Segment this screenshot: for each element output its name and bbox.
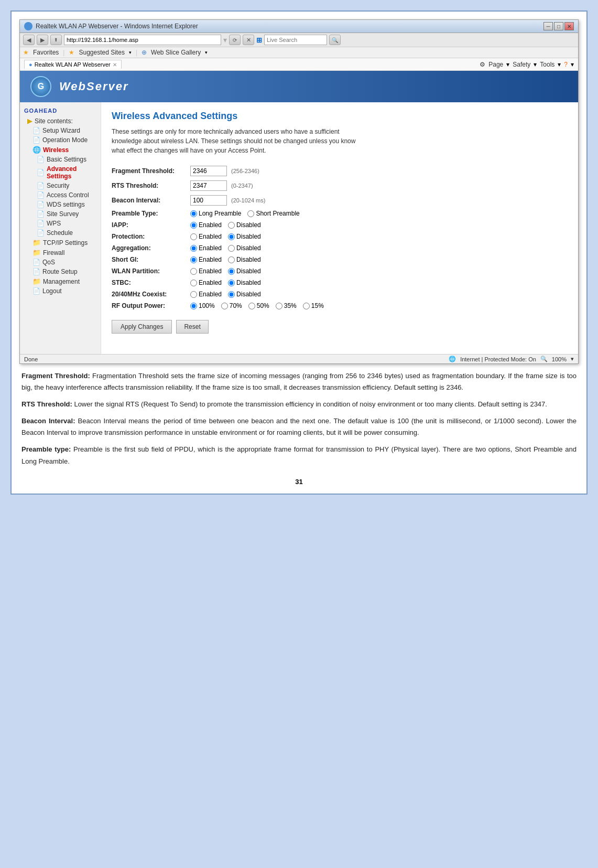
coexist-enabled-radio[interactable]: [190, 291, 197, 298]
short-gi-disabled-radio[interactable]: [228, 256, 235, 263]
stbc-disabled-radio[interactable]: [228, 280, 235, 286]
wlan-partition-disabled-radio[interactable]: [228, 268, 235, 275]
tools-icon-btn[interactable]: ⚙: [480, 61, 485, 68]
rf-50-label[interactable]: 50%: [248, 302, 269, 309]
rf-15-label[interactable]: 15%: [303, 302, 324, 309]
zoom-icon: 🔍: [540, 356, 548, 362]
favorites-button[interactable]: Favorites: [33, 49, 59, 56]
stop-button[interactable]: ✕: [243, 35, 254, 45]
fragment-threshold-input[interactable]: [190, 166, 227, 176]
toolbar-sep1: |: [63, 49, 64, 56]
short-gi-enabled-label[interactable]: Enabled: [190, 256, 222, 263]
refresh-button[interactable]: ⟳: [229, 35, 241, 45]
toolbar-drop1[interactable]: ▾: [129, 50, 132, 55]
sidebar-item-route-setup[interactable]: 📄 Route Setup: [20, 267, 101, 276]
zoom-arrow[interactable]: ▾: [571, 356, 574, 362]
sidebar-item-basic-settings[interactable]: 📄 Basic Settings: [20, 155, 101, 164]
protection-disabled-label[interactable]: Disabled: [228, 233, 261, 240]
sidebar-item-wps[interactable]: 📄 WPS: [20, 219, 101, 228]
rf-50-radio[interactable]: [248, 303, 255, 309]
web-slice-button[interactable]: Web Slice Gallery: [151, 49, 201, 56]
iapp-enabled-label[interactable]: Enabled: [190, 221, 222, 229]
rts-threshold-input[interactable]: [190, 180, 227, 191]
aggregation-disabled-label[interactable]: Disabled: [228, 244, 261, 252]
page-tab-close[interactable]: ✕: [113, 62, 117, 68]
rf-15-radio[interactable]: [303, 303, 310, 309]
rf-100-radio[interactable]: [190, 303, 197, 309]
sidebar-item-advanced-settings[interactable]: 📄 Advanced Settings: [20, 164, 101, 181]
protection-enabled-label[interactable]: Enabled: [190, 233, 222, 240]
browser-title: Realtek WLAN AP Webserver - Windows Inte…: [24, 22, 198, 30]
iapp-disabled-label[interactable]: Disabled: [228, 221, 261, 229]
browser-titlebar: Realtek WLAN AP Webserver - Windows Inte…: [20, 20, 578, 33]
sidebar-item-qos[interactable]: 📄 QoS: [20, 258, 101, 267]
apply-changes-button[interactable]: Apply Changes: [112, 320, 172, 334]
sidebar-item-schedule[interactable]: 📄 Schedule: [20, 228, 101, 238]
toolbar-drop2[interactable]: ▾: [205, 50, 208, 55]
folder-icon: 📁: [32, 239, 41, 247]
aggregation-enabled-radio[interactable]: [190, 245, 197, 252]
help-btn[interactable]: ?: [564, 61, 568, 68]
address-input[interactable]: [64, 35, 221, 45]
wlan-partition-enabled-label[interactable]: Enabled: [190, 267, 222, 275]
sidebar-item-security[interactable]: 📄 Security: [20, 181, 101, 190]
sidebar-item-management[interactable]: 📁 Management: [20, 276, 101, 286]
safety-menu-btn[interactable]: Safety: [513, 61, 530, 68]
aggregation-enabled-label[interactable]: Enabled: [190, 244, 222, 252]
coexist-disabled-radio[interactable]: [228, 291, 235, 298]
coexist-enabled-label[interactable]: Enabled: [190, 291, 222, 298]
short-gi-disabled-label[interactable]: Disabled: [228, 256, 261, 263]
address-bar: ◀ ▶ ⬆ ▾ ⟳ ✕ ⊞ 🔍: [20, 33, 578, 47]
close-button[interactable]: ✕: [564, 22, 574, 30]
search-button[interactable]: 🔍: [329, 35, 341, 45]
preamble-long-radio[interactable]: [190, 210, 197, 217]
webserver-header: G WebServer: [20, 71, 578, 102]
sidebar-label-operation-mode: Operation Mode: [42, 136, 88, 144]
wlan-partition-disabled-label[interactable]: Disabled: [228, 267, 261, 275]
sidebar-item-wds-settings[interactable]: 📄 WDS settings: [20, 200, 101, 209]
sidebar-item-operation-mode[interactable]: 📄 Operation Mode: [20, 135, 101, 145]
protection-enabled-radio[interactable]: [190, 233, 197, 240]
reset-button[interactable]: Reset: [176, 320, 208, 334]
sidebar-item-tcpip[interactable]: 📁 TCP/IP Settings: [20, 238, 101, 248]
stbc-enabled-label[interactable]: Enabled: [190, 279, 222, 286]
sidebar-label-schedule: Schedule: [47, 229, 73, 237]
rf-70-radio[interactable]: [221, 303, 228, 309]
preamble-short-radio[interactable]: [247, 210, 254, 217]
iapp-enabled-radio[interactable]: [190, 222, 197, 229]
globe-icon: 🌐: [32, 146, 41, 154]
rf-35-radio[interactable]: [276, 303, 282, 309]
short-gi-value: Enabled Disabled: [190, 256, 261, 263]
forward-button[interactable]: ▶: [37, 35, 48, 45]
page-tab[interactable]: ● Realtek WLAN AP Webserver ✕: [24, 60, 122, 69]
suggested-sites-button[interactable]: Suggested Sites: [79, 49, 124, 56]
beacon-interval-input[interactable]: [190, 195, 227, 206]
sidebar-item-logout[interactable]: 📄 Logout: [20, 286, 101, 296]
browser-window: Realtek WLAN AP Webserver - Windows Inte…: [19, 19, 579, 364]
rf-35-label[interactable]: 35%: [276, 302, 297, 309]
sidebar-item-wireless[interactable]: 🌐 Wireless: [20, 145, 101, 155]
preamble-long-label[interactable]: Long Preamble: [190, 210, 241, 217]
sidebar-item-access-control[interactable]: 📄 Access Control: [20, 190, 101, 200]
sidebar-item-site-survey[interactable]: 📄 Site Survey: [20, 209, 101, 219]
iapp-disabled-radio[interactable]: [228, 222, 235, 229]
rf-100-label[interactable]: 100%: [190, 302, 215, 309]
short-gi-enabled-radio[interactable]: [190, 256, 197, 263]
sidebar-item-firewall[interactable]: 📁 Firewall: [20, 248, 101, 258]
back-button[interactable]: ◀: [23, 35, 35, 45]
home-button[interactable]: ⬆: [50, 35, 62, 45]
preamble-short-label[interactable]: Short Preamble: [247, 210, 299, 217]
wlan-partition-enabled-radio[interactable]: [190, 268, 197, 275]
stbc-disabled-label[interactable]: Disabled: [228, 279, 261, 286]
stbc-enabled-radio[interactable]: [190, 280, 197, 286]
sidebar-item-setup-wizard[interactable]: 📄 Setup Wizard: [20, 126, 101, 135]
protection-disabled-radio[interactable]: [228, 233, 235, 240]
rf-70-label[interactable]: 70%: [221, 302, 242, 309]
minimize-button[interactable]: ─: [543, 22, 553, 30]
page-menu-btn[interactable]: Page: [488, 61, 503, 68]
aggregation-disabled-radio[interactable]: [228, 245, 235, 252]
maximize-button[interactable]: □: [554, 22, 563, 30]
tools-menu-btn[interactable]: Tools: [540, 61, 554, 68]
coexist-disabled-label[interactable]: Disabled: [228, 291, 261, 298]
search-input[interactable]: [264, 35, 327, 45]
